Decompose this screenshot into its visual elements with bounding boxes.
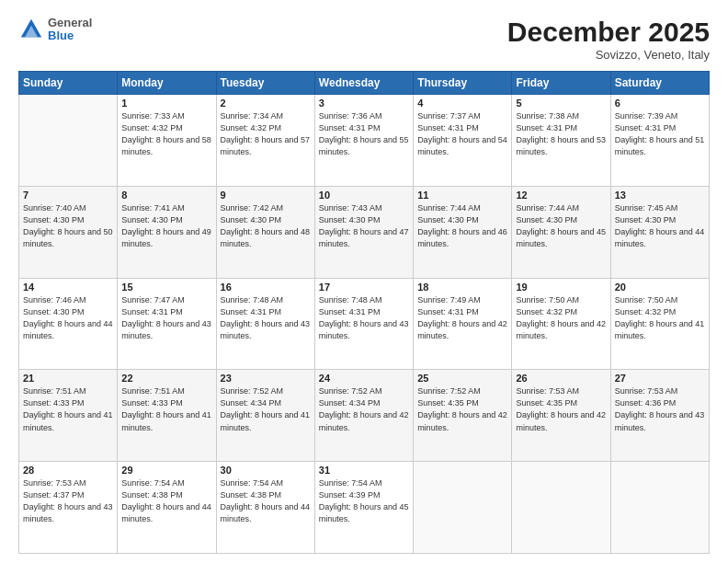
calendar-cell: 15Sunrise: 7:47 AM Sunset: 4:31 PM Dayli… bbox=[118, 278, 216, 370]
calendar-cell: 20Sunrise: 7:50 AM Sunset: 4:32 PM Dayli… bbox=[610, 278, 709, 370]
calendar-cell: 3Sunrise: 7:36 AM Sunset: 4:31 PM Daylig… bbox=[314, 95, 413, 187]
day-info: Sunrise: 7:46 AM Sunset: 4:30 PM Dayligh… bbox=[23, 294, 113, 342]
calendar-week-row: 14Sunrise: 7:46 AM Sunset: 4:30 PM Dayli… bbox=[19, 278, 710, 370]
day-info: Sunrise: 7:38 AM Sunset: 4:31 PM Dayligh… bbox=[516, 110, 606, 158]
day-number: 19 bbox=[516, 282, 606, 293]
day-info: Sunrise: 7:47 AM Sunset: 4:31 PM Dayligh… bbox=[121, 294, 211, 342]
day-info: Sunrise: 7:52 AM Sunset: 4:35 PM Dayligh… bbox=[417, 385, 507, 433]
day-info: Sunrise: 7:52 AM Sunset: 4:34 PM Dayligh… bbox=[319, 385, 409, 433]
day-info: Sunrise: 7:54 AM Sunset: 4:38 PM Dayligh… bbox=[221, 477, 311, 525]
col-header-thursday: Thursday bbox=[414, 72, 512, 95]
day-info: Sunrise: 7:50 AM Sunset: 4:32 PM Dayligh… bbox=[516, 294, 606, 342]
day-number: 24 bbox=[319, 373, 409, 384]
day-info: Sunrise: 7:40 AM Sunset: 4:30 PM Dayligh… bbox=[23, 202, 113, 250]
day-info: Sunrise: 7:54 AM Sunset: 4:39 PM Dayligh… bbox=[319, 477, 409, 525]
day-number: 29 bbox=[121, 465, 211, 476]
day-number: 17 bbox=[319, 282, 409, 293]
day-info: Sunrise: 7:51 AM Sunset: 4:33 PM Dayligh… bbox=[23, 385, 113, 433]
calendar-cell: 26Sunrise: 7:53 AM Sunset: 4:35 PM Dayli… bbox=[512, 370, 610, 462]
day-number: 27 bbox=[615, 373, 705, 384]
logo: General Blue bbox=[18, 17, 92, 43]
day-info: Sunrise: 7:54 AM Sunset: 4:38 PM Dayligh… bbox=[121, 477, 211, 525]
day-info: Sunrise: 7:50 AM Sunset: 4:32 PM Dayligh… bbox=[615, 294, 705, 342]
day-number: 15 bbox=[121, 282, 211, 293]
calendar-cell: 4Sunrise: 7:37 AM Sunset: 4:31 PM Daylig… bbox=[414, 95, 512, 187]
calendar-cell: 5Sunrise: 7:38 AM Sunset: 4:31 PM Daylig… bbox=[512, 95, 610, 187]
title-block: December 2025 Sovizzo, Veneto, Italy bbox=[507, 17, 710, 62]
col-header-tuesday: Tuesday bbox=[216, 72, 314, 95]
calendar-cell: 9Sunrise: 7:42 AM Sunset: 4:30 PM Daylig… bbox=[216, 186, 314, 278]
day-number: 26 bbox=[516, 373, 606, 384]
calendar-cell: 12Sunrise: 7:44 AM Sunset: 4:30 PM Dayli… bbox=[512, 186, 610, 278]
day-number: 14 bbox=[23, 282, 113, 293]
calendar-cell: 28Sunrise: 7:53 AM Sunset: 4:37 PM Dayli… bbox=[19, 462, 118, 554]
calendar-header-row: SundayMondayTuesdayWednesdayThursdayFrid… bbox=[19, 72, 710, 95]
calendar-cell: 6Sunrise: 7:39 AM Sunset: 4:31 PM Daylig… bbox=[610, 95, 709, 187]
day-number: 28 bbox=[23, 465, 113, 476]
calendar-cell: 25Sunrise: 7:52 AM Sunset: 4:35 PM Dayli… bbox=[414, 370, 512, 462]
calendar-cell: 30Sunrise: 7:54 AM Sunset: 4:38 PM Dayli… bbox=[216, 462, 314, 554]
calendar-cell: 23Sunrise: 7:52 AM Sunset: 4:34 PM Dayli… bbox=[216, 370, 314, 462]
calendar-cell: 18Sunrise: 7:49 AM Sunset: 4:31 PM Dayli… bbox=[414, 278, 512, 370]
calendar-cell: 21Sunrise: 7:51 AM Sunset: 4:33 PM Dayli… bbox=[19, 370, 118, 462]
calendar-cell: 19Sunrise: 7:50 AM Sunset: 4:32 PM Dayli… bbox=[512, 278, 610, 370]
day-number: 3 bbox=[319, 98, 409, 109]
location: Sovizzo, Veneto, Italy bbox=[507, 48, 710, 62]
calendar-cell: 29Sunrise: 7:54 AM Sunset: 4:38 PM Dayli… bbox=[118, 462, 216, 554]
calendar-cell: 2Sunrise: 7:34 AM Sunset: 4:32 PM Daylig… bbox=[216, 95, 314, 187]
day-info: Sunrise: 7:44 AM Sunset: 4:30 PM Dayligh… bbox=[516, 202, 606, 250]
calendar-cell: 7Sunrise: 7:40 AM Sunset: 4:30 PM Daylig… bbox=[19, 186, 118, 278]
day-number: 25 bbox=[417, 373, 507, 384]
day-info: Sunrise: 7:44 AM Sunset: 4:30 PM Dayligh… bbox=[417, 202, 507, 250]
calendar-cell: 8Sunrise: 7:41 AM Sunset: 4:30 PM Daylig… bbox=[118, 186, 216, 278]
calendar-cell: 1Sunrise: 7:33 AM Sunset: 4:32 PM Daylig… bbox=[118, 95, 216, 187]
day-info: Sunrise: 7:53 AM Sunset: 4:37 PM Dayligh… bbox=[23, 477, 113, 525]
day-info: Sunrise: 7:39 AM Sunset: 4:31 PM Dayligh… bbox=[615, 110, 705, 158]
calendar-cell bbox=[19, 95, 118, 187]
day-info: Sunrise: 7:48 AM Sunset: 4:31 PM Dayligh… bbox=[319, 294, 409, 342]
calendar-week-row: 7Sunrise: 7:40 AM Sunset: 4:30 PM Daylig… bbox=[19, 186, 710, 278]
day-number: 20 bbox=[615, 282, 705, 293]
day-number: 30 bbox=[221, 465, 311, 476]
page: General Blue December 2025 Sovizzo, Vene… bbox=[0, 0, 728, 563]
day-info: Sunrise: 7:53 AM Sunset: 4:35 PM Dayligh… bbox=[516, 385, 606, 433]
logo-icon bbox=[18, 17, 44, 42]
day-info: Sunrise: 7:43 AM Sunset: 4:30 PM Dayligh… bbox=[319, 202, 409, 250]
day-info: Sunrise: 7:49 AM Sunset: 4:31 PM Dayligh… bbox=[417, 294, 507, 342]
calendar-cell bbox=[512, 462, 610, 554]
day-number: 16 bbox=[221, 282, 311, 293]
calendar-table: SundayMondayTuesdayWednesdayThursdayFrid… bbox=[18, 71, 710, 554]
day-info: Sunrise: 7:45 AM Sunset: 4:30 PM Dayligh… bbox=[615, 202, 705, 250]
calendar-cell: 13Sunrise: 7:45 AM Sunset: 4:30 PM Dayli… bbox=[610, 186, 709, 278]
logo-general: General bbox=[48, 17, 92, 29]
day-number: 10 bbox=[319, 190, 409, 201]
day-number: 12 bbox=[516, 190, 606, 201]
day-info: Sunrise: 7:34 AM Sunset: 4:32 PM Dayligh… bbox=[221, 110, 311, 158]
day-number: 7 bbox=[23, 190, 113, 201]
calendar-cell: 31Sunrise: 7:54 AM Sunset: 4:39 PM Dayli… bbox=[314, 462, 413, 554]
day-number: 23 bbox=[221, 373, 311, 384]
calendar-week-row: 1Sunrise: 7:33 AM Sunset: 4:32 PM Daylig… bbox=[19, 95, 710, 187]
calendar-cell: 17Sunrise: 7:48 AM Sunset: 4:31 PM Dayli… bbox=[314, 278, 413, 370]
logo-text: General Blue bbox=[48, 17, 92, 43]
day-info: Sunrise: 7:48 AM Sunset: 4:31 PM Dayligh… bbox=[221, 294, 311, 342]
calendar-cell: 14Sunrise: 7:46 AM Sunset: 4:30 PM Dayli… bbox=[19, 278, 118, 370]
calendar-cell: 10Sunrise: 7:43 AM Sunset: 4:30 PM Dayli… bbox=[314, 186, 413, 278]
day-info: Sunrise: 7:42 AM Sunset: 4:30 PM Dayligh… bbox=[221, 202, 311, 250]
logo-blue: Blue bbox=[48, 29, 92, 42]
col-header-sunday: Sunday bbox=[19, 72, 118, 95]
calendar-cell: 11Sunrise: 7:44 AM Sunset: 4:30 PM Dayli… bbox=[414, 186, 512, 278]
calendar-cell: 16Sunrise: 7:48 AM Sunset: 4:31 PM Dayli… bbox=[216, 278, 314, 370]
day-number: 21 bbox=[23, 373, 113, 384]
col-header-saturday: Saturday bbox=[610, 72, 709, 95]
col-header-monday: Monday bbox=[118, 72, 216, 95]
col-header-friday: Friday bbox=[512, 72, 610, 95]
day-number: 1 bbox=[121, 98, 211, 109]
calendar-week-row: 28Sunrise: 7:53 AM Sunset: 4:37 PM Dayli… bbox=[19, 462, 710, 554]
day-number: 22 bbox=[121, 373, 211, 384]
header: General Blue December 2025 Sovizzo, Vene… bbox=[18, 17, 710, 62]
day-number: 8 bbox=[121, 190, 211, 201]
day-number: 9 bbox=[221, 190, 311, 201]
day-info: Sunrise: 7:52 AM Sunset: 4:34 PM Dayligh… bbox=[221, 385, 311, 433]
day-number: 5 bbox=[516, 98, 606, 109]
